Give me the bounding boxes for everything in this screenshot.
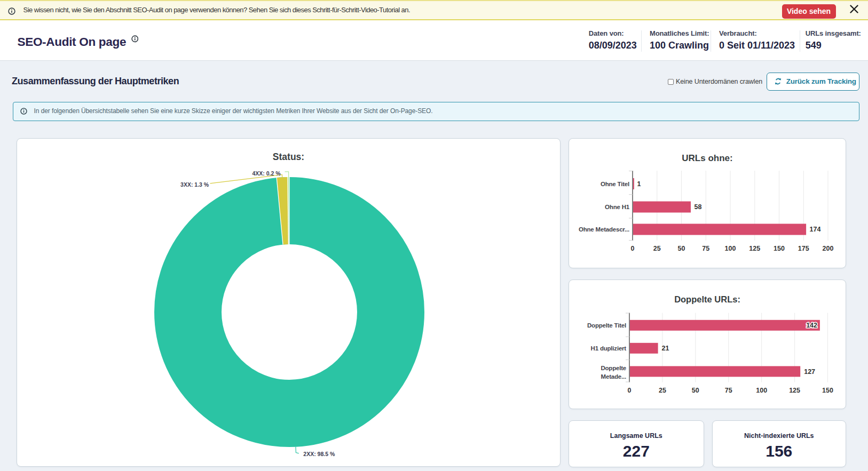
svg-text:58: 58	[695, 203, 702, 211]
svg-text:125: 125	[749, 245, 760, 252]
svg-text:21: 21	[662, 345, 669, 352]
svg-text:50: 50	[692, 387, 699, 394]
svg-text:Ohne Titel: Ohne Titel	[601, 181, 629, 187]
svg-text:174: 174	[810, 226, 821, 233]
svg-text:Metade...: Metade...	[601, 373, 626, 380]
svg-text:125: 125	[789, 387, 800, 394]
svg-text:150: 150	[774, 245, 785, 252]
svg-text:200: 200	[823, 245, 834, 252]
svg-text:175: 175	[798, 245, 809, 252]
svg-text:150: 150	[822, 387, 833, 394]
svg-text:H1 dupliziert: H1 dupliziert	[591, 345, 627, 352]
svg-text:0: 0	[631, 245, 635, 252]
svg-text:0: 0	[628, 387, 632, 394]
svg-text:50: 50	[678, 245, 685, 252]
svg-text:Ohne Metadescr...: Ohne Metadescr...	[579, 226, 629, 233]
svg-text:Ohne H1: Ohne H1	[605, 204, 630, 210]
svg-text:1: 1	[637, 180, 641, 188]
svg-text:Doppelte: Doppelte	[601, 365, 626, 371]
svg-text:75: 75	[702, 245, 709, 252]
svg-text:100: 100	[725, 245, 736, 252]
svg-text:142: 142	[806, 322, 817, 329]
svg-text:25: 25	[653, 245, 661, 252]
svg-text:75: 75	[725, 387, 732, 394]
svg-text:25: 25	[659, 387, 666, 394]
svg-text:100: 100	[756, 387, 767, 394]
svg-text:Doppelte Titel: Doppelte Titel	[587, 322, 626, 329]
svg-text:127: 127	[804, 368, 815, 376]
